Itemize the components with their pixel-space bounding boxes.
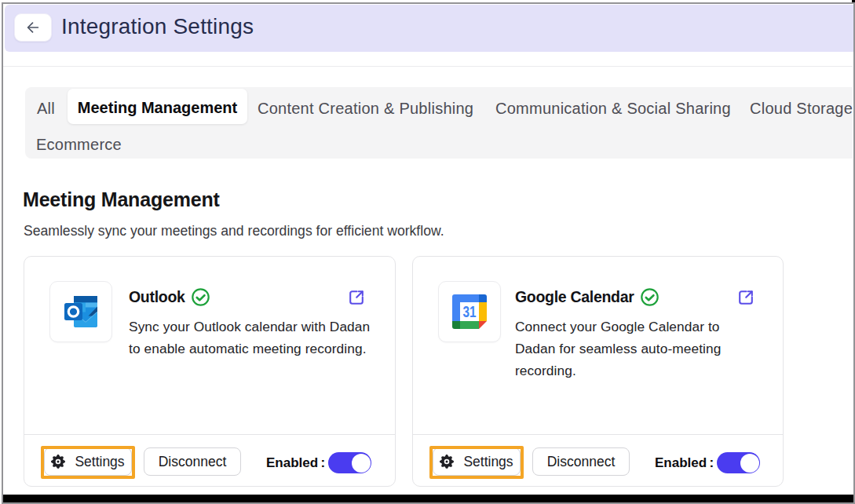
svg-text:31: 31 <box>463 302 477 320</box>
